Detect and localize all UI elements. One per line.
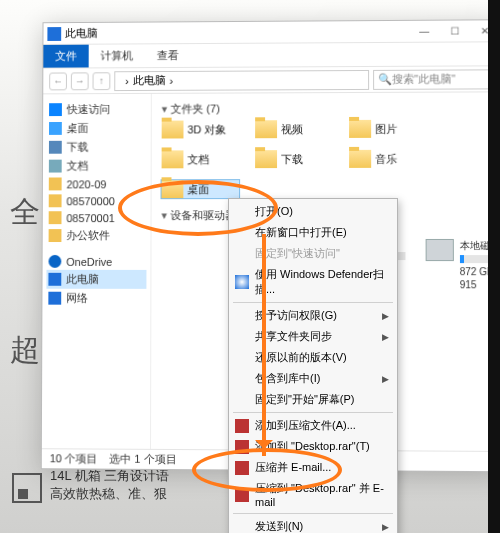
chevron-right-icon: ▶ (382, 374, 389, 384)
ribbon-file-tab[interactable]: 文件 (43, 45, 88, 68)
sidebar-quick-access[interactable]: 快速访问 (47, 100, 147, 119)
separator (233, 513, 393, 514)
sidebar-item-desktop[interactable]: 桌面 (47, 119, 147, 138)
sidebar-item-folder[interactable]: 办公软件 (47, 226, 147, 245)
folder-documents[interactable]: 文档 (162, 150, 240, 168)
context-menu: 打开(O) 在新窗口中打开(E) 固定到"快速访问" 使用 Windows De… (228, 198, 398, 533)
ctx-include-in-library[interactable]: 包含到库中(I)▶ (229, 368, 397, 389)
chevron-right-icon: ▶ (382, 332, 389, 342)
breadcrumb-sep: › (125, 75, 129, 87)
folder-pictures[interactable]: 图片 (349, 120, 427, 138)
rar-icon (235, 461, 249, 475)
window-controls: — ☐ ✕ (409, 25, 500, 37)
pc-icon (48, 273, 61, 286)
folder-icon (162, 121, 184, 139)
bg-text-2: 超 (10, 330, 40, 371)
sidebar-item-folder[interactable]: 2020-09 (47, 175, 147, 192)
title-bar[interactable]: 此电脑 — ☐ ✕ (43, 20, 499, 45)
ctx-compress-to-rar-email[interactable]: 压缩到 "Desktop.rar" 并 E-mail (229, 478, 397, 511)
folder-videos[interactable]: 视频 (255, 120, 333, 138)
maximize-button[interactable]: ☐ (439, 25, 469, 36)
folder-icon (49, 229, 62, 242)
ctx-defender-scan[interactable]: 使用 Windows Defender扫描... (229, 264, 397, 300)
ctx-add-to-archive[interactable]: 添加到压缩文件(A)... (229, 415, 397, 436)
breadcrumb-sep: › (169, 74, 173, 86)
folder-icon (255, 120, 277, 138)
status-selected: 选中 1 个项目 (109, 452, 176, 467)
sidebar-item-folder[interactable]: 08570001 (47, 209, 147, 226)
ctx-add-to-desktop-rar[interactable]: 添加到 "Desktop.rar"(T) (229, 436, 397, 457)
onedrive-icon (48, 255, 61, 268)
folder-icon (49, 194, 62, 207)
rar-icon (235, 440, 249, 454)
sidebar-network[interactable]: 网络 (46, 289, 146, 308)
ctx-open[interactable]: 打开(O) (229, 201, 397, 222)
ctx-pin-quickaccess[interactable]: 固定到"快速访问" (229, 243, 397, 264)
nav-back-button[interactable]: ← (49, 72, 67, 90)
desktop-icon (49, 122, 62, 135)
status-item-count: 10 个项目 (50, 451, 98, 466)
sidebar-this-pc[interactable]: 此电脑 (46, 270, 146, 289)
document-icon (49, 160, 62, 173)
window-title: 此电脑 (65, 26, 98, 41)
ctx-share-sync[interactable]: 共享文件夹同步▶ (229, 326, 397, 347)
separator (233, 302, 393, 303)
nav-forward-button[interactable]: → (71, 72, 89, 90)
ribbon-tab-view[interactable]: 查看 (145, 44, 191, 67)
ctx-open-new-window[interactable]: 在新窗口中打开(E) (229, 222, 397, 243)
download-icon (49, 141, 62, 154)
chevron-right-icon: ▶ (382, 522, 389, 532)
folder-3d-objects[interactable]: 3D 对象 (162, 120, 240, 138)
bg-text-1: 全 (10, 192, 40, 233)
rar-icon (235, 419, 249, 433)
breadcrumb-label: 此电脑 (133, 73, 166, 88)
nav-up-button[interactable]: ↑ (93, 72, 111, 90)
ctx-compress-email[interactable]: 压缩并 E-mail... (229, 457, 397, 478)
folder-icon (49, 177, 62, 190)
shield-icon (235, 275, 249, 289)
folder-music[interactable]: 音乐 (349, 150, 427, 168)
folder-icon (49, 211, 62, 224)
bg-icon (12, 473, 42, 503)
folder-desktop[interactable]: 桌面 (162, 180, 240, 198)
network-icon (48, 292, 61, 305)
bg-caption: 14L 机箱 三角设计语 高效散热稳、准、狠 (50, 467, 169, 503)
address-bar: ← → ↑ › 此电脑 › 🔍 搜索"此电脑" (43, 66, 500, 94)
search-input[interactable]: 🔍 搜索"此电脑" (373, 69, 494, 90)
rar-icon (235, 488, 249, 502)
nav-sidebar: 快速访问 桌面 下载 文档 2020-09 08570000 08570001 … (42, 94, 152, 449)
ctx-pin-start[interactable]: 固定到"开始"屏幕(P) (229, 389, 397, 410)
pc-icon (47, 27, 61, 41)
star-icon (49, 103, 62, 116)
sidebar-onedrive[interactable]: OneDrive (47, 253, 147, 270)
folder-icon (162, 150, 184, 168)
separator (233, 412, 393, 413)
breadcrumb[interactable]: › 此电脑 › (114, 69, 369, 90)
folder-downloads[interactable]: 下载 (255, 150, 333, 168)
ctx-restore-previous[interactable]: 还原以前的版本(V) (229, 347, 397, 368)
folders-group-header[interactable]: 文件夹 (7) (162, 100, 490, 116)
minimize-button[interactable]: — (409, 26, 439, 37)
monitor-bezel (488, 0, 500, 533)
drive-icon (426, 239, 454, 261)
ribbon-tab-computer[interactable]: 计算机 (89, 44, 145, 67)
folder-icon (255, 150, 277, 168)
search-placeholder: 搜索"此电脑" (392, 72, 455, 87)
sidebar-item-folder[interactable]: 08570000 (47, 192, 147, 209)
sidebar-item-downloads[interactable]: 下载 (47, 138, 147, 157)
chevron-right-icon: ▶ (382, 311, 389, 321)
search-icon: 🔍 (378, 73, 392, 86)
folder-icon (349, 150, 371, 168)
ribbon: 文件 计算机 查看 (43, 42, 500, 68)
ctx-send-to[interactable]: 发送到(N)▶ (229, 516, 397, 533)
folders-grid: 3D 对象 视频 图片 文档 下载 音乐 桌面 (162, 119, 491, 198)
folder-icon (162, 180, 184, 198)
folder-icon (349, 120, 371, 138)
sidebar-item-documents[interactable]: 文档 (47, 156, 147, 175)
ctx-give-access[interactable]: 授予访问权限(G)▶ (229, 305, 397, 326)
